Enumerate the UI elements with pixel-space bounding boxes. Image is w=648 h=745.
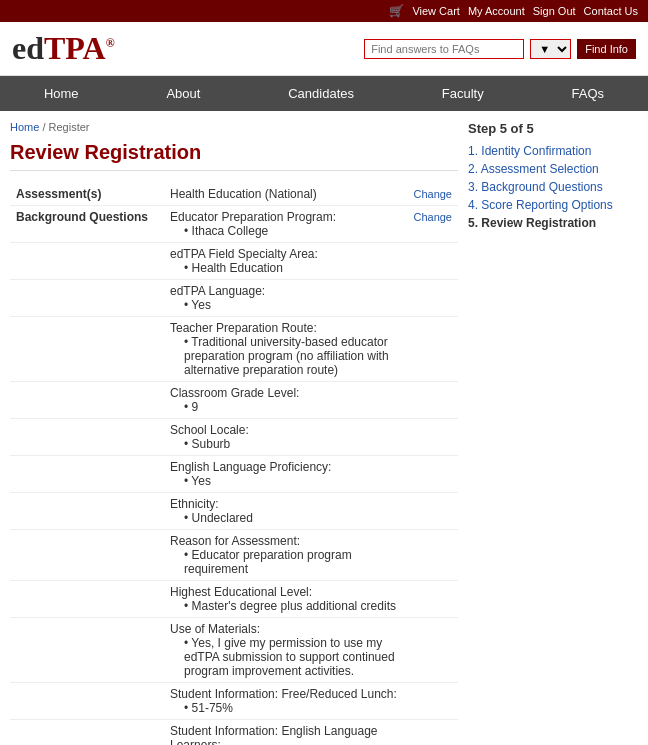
nav-faculty[interactable]: Faculty bbox=[422, 76, 504, 111]
school-locale-row: School Locale: Suburb bbox=[10, 419, 458, 456]
sign-out-link[interactable]: Sign Out bbox=[533, 5, 576, 17]
use-materials-label: Use of Materials: bbox=[170, 622, 260, 636]
student-lunch-value: 51-75% bbox=[184, 701, 401, 715]
sidebar-step-5: 5. Review Registration bbox=[468, 214, 638, 232]
header: edTPA® ▼ Find Info bbox=[0, 22, 648, 76]
ethnicity-label: Ethnicity: bbox=[170, 497, 219, 511]
sidebar-step-2-link[interactable]: 2. Assessment Selection bbox=[468, 162, 599, 176]
breadcrumb-home[interactable]: Home bbox=[10, 121, 39, 133]
cart-icon: 🛒 bbox=[389, 4, 404, 18]
search-dropdown[interactable]: ▼ bbox=[530, 39, 571, 59]
page-title: Review Registration bbox=[10, 141, 458, 171]
reason-row: Reason for Assessment: Educator preparat… bbox=[10, 530, 458, 581]
assessment-value: Health Education (National) bbox=[164, 183, 407, 206]
sidebar-step-label: Step 5 of 5 bbox=[468, 121, 638, 136]
english-prof-label: English Language Proficiency: bbox=[170, 460, 331, 474]
student-lunch-row: Student Information: Free/Reduced Lunch:… bbox=[10, 683, 458, 720]
educator-prep-value: Ithaca College bbox=[184, 224, 401, 238]
assessment-row: Assessment(s) Health Education (National… bbox=[10, 183, 458, 206]
use-materials-value: Yes, I give my permission to use my edTP… bbox=[184, 636, 401, 678]
sidebar-step-1-link[interactable]: 1. Identity Confirmation bbox=[468, 144, 591, 158]
nav-home[interactable]: Home bbox=[24, 76, 99, 111]
sidebar: Step 5 of 5 1. Identity Confirmation 2. … bbox=[468, 121, 638, 745]
language-label: edTPA Language: bbox=[170, 284, 265, 298]
sidebar-step-1: 1. Identity Confirmation bbox=[468, 142, 638, 160]
teacher-prep-row: Teacher Preparation Route: Traditional u… bbox=[10, 317, 458, 382]
language-value: Yes bbox=[184, 298, 401, 312]
student-ell-label: Student Information: English Language Le… bbox=[170, 724, 377, 745]
school-locale-value: Suburb bbox=[184, 437, 401, 451]
breadcrumb-current: Register bbox=[49, 121, 90, 133]
field-specialty-label: edTPA Field Specialty Area: bbox=[170, 247, 318, 261]
grade-level-label: Classroom Grade Level: bbox=[170, 386, 299, 400]
highest-edu-value: Master's degree plus additional credits bbox=[184, 599, 401, 613]
ethnicity-value: Undeclared bbox=[184, 511, 401, 525]
ethnicity-row: Ethnicity: Undeclared bbox=[10, 493, 458, 530]
english-prof-row: English Language Proficiency: Yes bbox=[10, 456, 458, 493]
nav-faqs[interactable]: FAQs bbox=[552, 76, 625, 111]
background-header-row: Background Questions Educator Preparatio… bbox=[10, 206, 458, 243]
logo: edTPA® bbox=[12, 30, 115, 67]
top-bar: 🛒 View Cart My Account Sign Out Contact … bbox=[0, 0, 648, 22]
educator-prep-label: Educator Preparation Program: bbox=[170, 210, 336, 224]
highest-edu-label: Highest Educational Level: bbox=[170, 585, 312, 599]
school-locale-label: School Locale: bbox=[170, 423, 249, 437]
find-info-button[interactable]: Find Info bbox=[577, 39, 636, 59]
highest-edu-row: Highest Educational Level: Master's degr… bbox=[10, 581, 458, 618]
view-cart-link[interactable]: View Cart bbox=[412, 5, 459, 17]
use-materials-row: Use of Materials: Yes, I give my permiss… bbox=[10, 618, 458, 683]
reason-label: Reason for Assessment: bbox=[170, 534, 300, 548]
nav-candidates[interactable]: Candidates bbox=[268, 76, 374, 111]
sidebar-step-4-link[interactable]: 4. Score Reporting Options bbox=[468, 198, 613, 212]
review-table: Assessment(s) Health Education (National… bbox=[10, 183, 458, 745]
logo-reg: ® bbox=[106, 36, 115, 50]
assessment-change-link[interactable]: Change bbox=[413, 188, 452, 200]
sidebar-step-3: 3. Background Questions bbox=[468, 178, 638, 196]
background-label: Background Questions bbox=[10, 206, 164, 243]
field-specialty-value: Health Education bbox=[184, 261, 401, 275]
content-wrapper: Home / Register Review Registration Asse… bbox=[0, 111, 648, 745]
assessment-label: Assessment(s) bbox=[10, 183, 164, 206]
main-content: Home / Register Review Registration Asse… bbox=[10, 121, 458, 745]
main-nav: Home About Candidates Faculty FAQs bbox=[0, 76, 648, 111]
my-account-link[interactable]: My Account bbox=[468, 5, 525, 17]
logo-tpa: TPA bbox=[44, 30, 106, 66]
student-lunch-label: Student Information: Free/Reduced Lunch: bbox=[170, 687, 397, 701]
student-ell-row: Student Information: English Language Le… bbox=[10, 720, 458, 746]
grade-level-value: 9 bbox=[184, 400, 401, 414]
background-change-link[interactable]: Change bbox=[413, 211, 452, 223]
sidebar-step-3-link[interactable]: 3. Background Questions bbox=[468, 180, 603, 194]
nav-about[interactable]: About bbox=[146, 76, 220, 111]
sidebar-step-2: 2. Assessment Selection bbox=[468, 160, 638, 178]
reason-value: Educator preparation program requirement bbox=[184, 548, 401, 576]
logo-ed: ed bbox=[12, 30, 44, 66]
language-row: edTPA Language: Yes bbox=[10, 280, 458, 317]
english-prof-value: Yes bbox=[184, 474, 401, 488]
contact-us-link[interactable]: Contact Us bbox=[584, 5, 638, 17]
background-header-value: Educator Preparation Program: Ithaca Col… bbox=[164, 206, 407, 243]
header-right: ▼ Find Info bbox=[364, 39, 636, 59]
sidebar-step-4: 4. Score Reporting Options bbox=[468, 196, 638, 214]
field-specialty-row: edTPA Field Specialty Area: Health Educa… bbox=[10, 243, 458, 280]
search-input[interactable] bbox=[364, 39, 524, 59]
breadcrumb: Home / Register bbox=[10, 121, 458, 133]
sidebar-step-5-label: Review Registration bbox=[481, 216, 596, 230]
grade-level-row: Classroom Grade Level: 9 bbox=[10, 382, 458, 419]
sidebar-steps: 1. Identity Confirmation 2. Assessment S… bbox=[468, 142, 638, 232]
teacher-prep-value: Traditional university-based educator pr… bbox=[184, 335, 401, 377]
teacher-prep-label: Teacher Preparation Route: bbox=[170, 321, 317, 335]
